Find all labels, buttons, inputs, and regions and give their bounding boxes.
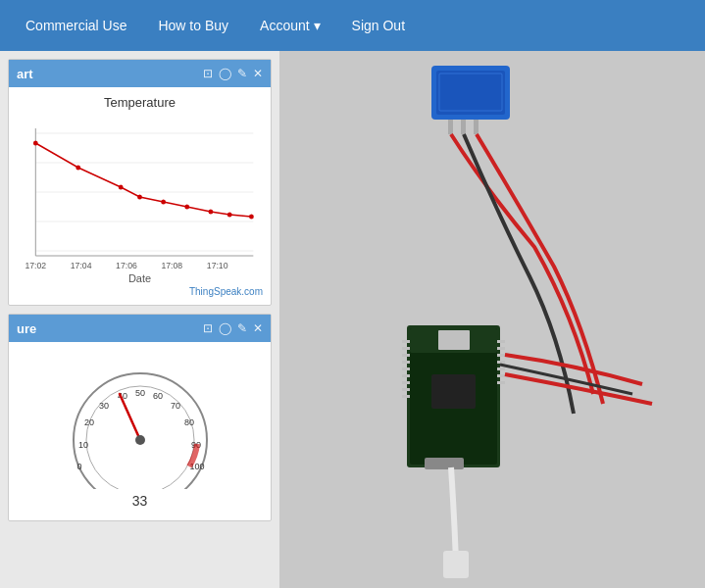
nav-sign-out[interactable]: Sign Out: [336, 0, 421, 51]
gauge-container: 0 10 20 30 40 50 60 70 80 90 100: [17, 350, 263, 513]
svg-rect-65: [443, 551, 469, 578]
gauge-widget-header: ure ⊡ ◯ ✎ ✕: [9, 315, 271, 342]
right-panel: [279, 51, 705, 588]
nav-how-to-buy[interactable]: How to Buy: [142, 0, 244, 51]
temperature-widget-icons: ⊡ ◯ ✎ ✕: [203, 67, 263, 80]
svg-rect-38: [436, 71, 505, 115]
temperature-widget-body: Temperature: [9, 87, 271, 305]
svg-text:60: 60: [152, 391, 162, 401]
svg-point-8: [76, 166, 80, 171]
expand-icon[interactable]: ⊡: [203, 67, 213, 80]
gauge-svg: 0 10 20 30 40 50 60 70 80 90 100: [62, 362, 219, 489]
svg-text:50: 50: [134, 388, 144, 398]
gauge-comment-icon[interactable]: ◯: [219, 321, 231, 335]
svg-rect-45: [425, 458, 464, 469]
thingspeak-link[interactable]: ThingSpeak.com: [17, 286, 263, 297]
svg-text:17:04: 17:04: [71, 261, 92, 270]
left-panel: art ⊡ ◯ ✎ ✕ Temperature: [0, 51, 279, 588]
svg-rect-61: [497, 368, 505, 370]
svg-rect-57: [497, 340, 505, 343]
chart-area: 17:02 17:04 17:06 17:08 17:10: [17, 114, 263, 270]
svg-rect-47: [438, 330, 470, 350]
gauge-edit-icon[interactable]: ✎: [237, 321, 247, 335]
gauge-value: 33: [132, 493, 148, 509]
svg-point-12: [184, 205, 189, 210]
svg-rect-64: [431, 374, 476, 409]
svg-point-13: [208, 210, 213, 215]
svg-text:80: 80: [183, 417, 193, 427]
svg-point-9: [119, 185, 124, 190]
svg-rect-41: [461, 120, 466, 134]
svg-rect-48: [402, 340, 410, 343]
svg-text:17:08: 17:08: [161, 261, 182, 270]
svg-rect-55: [402, 388, 410, 391]
gauge-close-icon[interactable]: ✕: [253, 321, 263, 335]
svg-text:0: 0: [76, 462, 81, 471]
chart-title: Temperature: [17, 95, 263, 110]
svg-rect-51: [402, 361, 410, 364]
nav-account[interactable]: Account ▾: [244, 0, 335, 51]
chart-x-label: Date: [17, 272, 263, 284]
svg-rect-60: [497, 361, 505, 364]
gauge-widget-icons: ⊡ ◯ ✎ ✕: [203, 321, 263, 335]
svg-rect-40: [448, 120, 453, 134]
svg-rect-53: [402, 374, 410, 377]
sensor-photo: [279, 51, 705, 588]
navbar: Commercial Use How to Buy Account ▾ Sign…: [0, 0, 705, 51]
svg-rect-58: [497, 347, 505, 350]
svg-rect-52: [402, 368, 410, 370]
svg-rect-59: [497, 354, 505, 357]
svg-text:17:02: 17:02: [25, 261, 46, 270]
temperature-widget: art ⊡ ◯ ✎ ✕ Temperature: [8, 59, 272, 306]
gauge-widget: ure ⊡ ◯ ✎ ✕: [8, 314, 272, 521]
edit-icon[interactable]: ✎: [237, 67, 247, 80]
svg-text:30: 30: [98, 401, 108, 411]
comment-icon[interactable]: ◯: [219, 67, 231, 80]
svg-point-10: [137, 195, 142, 200]
temperature-chart-svg: 17:02 17:04 17:06 17:08 17:10: [17, 114, 263, 270]
close-icon[interactable]: ✕: [253, 67, 263, 80]
svg-point-11: [161, 200, 166, 205]
svg-rect-42: [474, 120, 478, 134]
svg-point-15: [249, 215, 254, 220]
temperature-widget-header: art ⊡ ◯ ✎ ✕: [9, 60, 271, 87]
svg-text:10: 10: [77, 440, 87, 450]
gauge-widget-title: ure: [17, 321, 36, 336]
svg-rect-63: [497, 381, 505, 384]
svg-text:20: 20: [83, 417, 93, 427]
svg-rect-49: [402, 347, 410, 350]
svg-rect-56: [402, 395, 410, 398]
main-content: art ⊡ ◯ ✎ ✕ Temperature: [0, 51, 705, 588]
svg-point-7: [33, 141, 38, 146]
svg-rect-50: [402, 354, 410, 357]
nav-commercial-use[interactable]: Commercial Use: [10, 0, 142, 51]
svg-text:70: 70: [170, 401, 179, 411]
svg-text:17:10: 17:10: [207, 261, 228, 270]
gauge-widget-body: 0 10 20 30 40 50 60 70 80 90 100: [9, 342, 271, 520]
svg-point-14: [227, 213, 232, 218]
svg-point-35: [135, 435, 145, 445]
gauge-expand-icon[interactable]: ⊡: [203, 321, 213, 335]
svg-text:17:06: 17:06: [116, 261, 137, 270]
svg-rect-36: [279, 51, 705, 588]
svg-rect-62: [497, 374, 505, 377]
temperature-widget-title: art: [17, 67, 33, 81]
svg-rect-54: [402, 381, 410, 384]
